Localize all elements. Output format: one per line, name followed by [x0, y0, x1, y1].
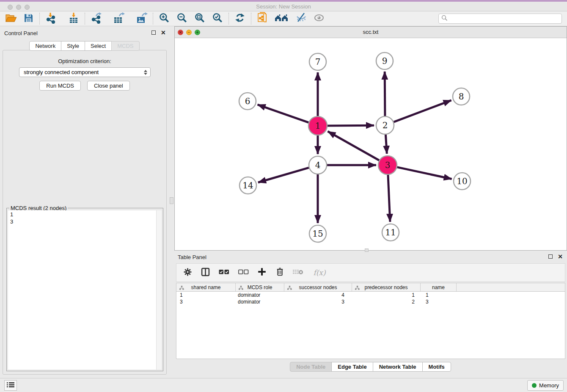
export-image-button[interactable]	[135, 12, 148, 25]
graph-edge-2-3[interactable]	[385, 135, 387, 154]
tab-node-table[interactable]: Node Table	[290, 362, 332, 372]
search-box[interactable]	[438, 14, 562, 24]
tab-mcds[interactable]: MCDS	[111, 41, 139, 51]
two-houses-icon	[274, 13, 289, 25]
graph-edge-2-8[interactable]	[394, 100, 451, 122]
zoom-fit-button[interactable]	[193, 12, 206, 25]
tab-style[interactable]: Style	[61, 41, 85, 51]
table-cell[interactable]: 1	[421, 292, 457, 298]
graph-node-10[interactable]: 10	[454, 173, 471, 190]
run-mcds-button[interactable]: Run MCDS	[39, 81, 81, 91]
tab-network[interactable]: Network	[29, 41, 61, 51]
graph-edge-3-11[interactable]	[388, 175, 390, 222]
memory-button[interactable]: Memory	[527, 380, 564, 391]
table-row[interactable]: 1dominator411	[176, 292, 565, 298]
close-table-panel-icon[interactable]: ✕	[558, 254, 563, 259]
column-header-name[interactable]: name	[421, 283, 457, 291]
optimization-criterion-label: Optimization criterion:	[3, 58, 166, 64]
vertical-splitter[interactable]	[169, 26, 174, 378]
graph-edge-4-14[interactable]	[258, 168, 309, 182]
tab-select[interactable]: Select	[85, 41, 112, 51]
refresh-button[interactable]	[234, 12, 246, 25]
unselect-all-columns-button[interactable]	[237, 268, 249, 278]
table-cell[interactable]: 2	[352, 298, 421, 305]
graph-edge-3-10[interactable]	[397, 167, 452, 179]
magnifier-fit-icon	[194, 12, 205, 25]
open-session-button[interactable]	[4, 12, 17, 25]
export-table-button[interactable]	[113, 12, 125, 25]
graph-node-1[interactable]: 1	[308, 116, 327, 135]
close-panel-icon[interactable]: ✕	[161, 30, 166, 35]
svg-text:10: 10	[457, 176, 467, 186]
table-header-row: shared nameMCDS rolesuccessor nodesprede…	[176, 283, 565, 292]
criterion-dropdown[interactable]: strongly connected component	[19, 67, 151, 77]
delete-column-button[interactable]	[292, 268, 304, 278]
window-titlebar: Session: New Session	[0, 0, 567, 11]
column-header-successor-nodes[interactable]: successor nodes	[284, 283, 352, 291]
graph-edge-1-6[interactable]	[258, 105, 309, 122]
graph-node-4[interactable]: 4	[309, 156, 327, 174]
delete-rows-button[interactable]	[275, 268, 285, 278]
graph-node-14[interactable]: 14	[239, 177, 256, 194]
graph-node-3[interactable]: 3	[378, 156, 397, 174]
select-all-columns-button[interactable]	[218, 268, 230, 278]
table-cell[interactable]: 3	[284, 298, 352, 305]
task-history-button[interactable]	[4, 380, 17, 391]
first-neighbors-button[interactable]	[274, 12, 290, 25]
tab-motifs[interactable]: Motifs	[422, 362, 451, 372]
graph-node-6[interactable]: 6	[239, 93, 256, 110]
tab-edge-table[interactable]: Edge Table	[331, 362, 373, 372]
graph-node-11[interactable]: 11	[382, 224, 399, 241]
svg-text:14: 14	[242, 180, 253, 190]
import-network-button[interactable]	[44, 12, 57, 25]
network-import-icon	[45, 12, 57, 25]
search-input[interactable]	[449, 14, 561, 23]
horizontal-splitter-grip[interactable]	[365, 248, 369, 252]
table-cell[interactable]: dominator	[236, 292, 284, 298]
network-graph[interactable]: 7968124314101511	[175, 38, 567, 250]
column-header-predecessor-nodes[interactable]: predecessor nodes	[352, 283, 421, 291]
table-settings-button[interactable]	[182, 268, 193, 278]
splitter-grip[interactable]	[170, 197, 173, 204]
graph-node-8[interactable]: 8	[453, 88, 470, 105]
table-cell[interactable]: 1	[352, 292, 421, 298]
create-column-button[interactable]	[257, 268, 267, 278]
graph-node-7[interactable]: 7	[309, 53, 326, 70]
export-network-button[interactable]	[90, 12, 102, 25]
show-all-button[interactable]	[313, 12, 325, 25]
tab-network-table[interactable]: Network Table	[373, 362, 423, 372]
float-panel-icon[interactable]	[151, 30, 156, 35]
graph-edge-1-2[interactable]	[328, 125, 374, 126]
zoom-out-button[interactable]	[176, 12, 188, 25]
table-cell[interactable]: 4	[284, 292, 352, 298]
magnifier-check-icon	[212, 12, 223, 25]
graph-node-15[interactable]: 15	[309, 225, 326, 242]
hide-selected-button[interactable]	[295, 12, 308, 25]
graph-node-9[interactable]: 9	[376, 52, 393, 69]
result-scrollbar[interactable]	[156, 210, 162, 370]
network-window-titlebar[interactable]: ✕ − + scc.txt	[175, 27, 567, 38]
close-panel-button[interactable]: Close panel	[87, 81, 130, 91]
column-header-shared-name[interactable]: shared name	[176, 283, 236, 291]
mcds-result-text[interactable]: 1 3	[8, 210, 156, 370]
save-session-button[interactable]	[22, 12, 35, 25]
table-cell[interactable]: dominator	[236, 298, 284, 305]
graph-edge-2-9[interactable]	[385, 72, 385, 116]
tree-sort-icon	[287, 285, 292, 291]
show-columns-button[interactable]	[200, 268, 210, 278]
graph-edge-3-1[interactable]	[328, 131, 380, 160]
svg-text:7: 7	[315, 57, 321, 67]
table-cell[interactable]: 1	[176, 292, 236, 298]
apply-function-button[interactable]: f(x)	[312, 268, 327, 278]
table-cell[interactable]: 3	[176, 298, 236, 305]
graph-node-2[interactable]: 2	[376, 116, 394, 134]
network-canvas[interactable]: 7968124314101511	[175, 38, 567, 250]
new-network-from-selection-button[interactable]	[256, 12, 269, 25]
float-table-panel-icon[interactable]	[548, 254, 553, 259]
import-table-button[interactable]	[67, 12, 80, 25]
table-cell[interactable]: 3	[421, 298, 457, 305]
table-row[interactable]: 3dominator323	[176, 298, 565, 305]
column-header-MCDS-role[interactable]: MCDS role	[236, 283, 284, 291]
zoom-in-button[interactable]	[158, 12, 171, 25]
zoom-selected-button[interactable]	[211, 12, 224, 25]
